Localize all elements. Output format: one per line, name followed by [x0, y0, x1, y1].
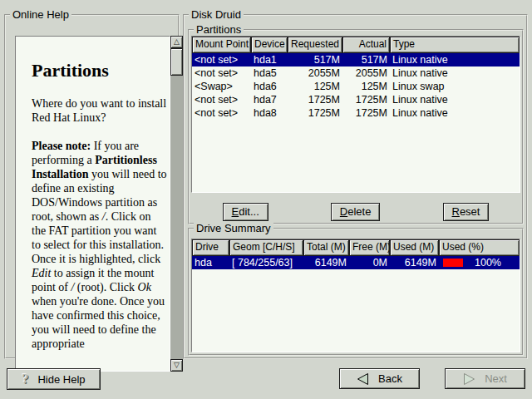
- scrollbar-trough[interactable]: [170, 36, 183, 372]
- partition-cell-device: hda1: [251, 53, 288, 66]
- drive-column-header-free-m[interactable]: Free (M): [349, 239, 390, 256]
- drive-cell-used-pct: 100%: [439, 256, 520, 269]
- partition-cell-device: hda5: [251, 66, 288, 80]
- partition-cell-requested: 1725M: [288, 106, 342, 120]
- triangle-down-icon: ▽: [174, 362, 180, 369]
- edit-button[interactable]: Edit...: [223, 203, 268, 221]
- drive-summary-table: DriveGeom [C/H/S]Total (M)Free (M)Used (…: [191, 239, 520, 352]
- used-percent-value: 100%: [475, 257, 501, 268]
- partition-cell-type: Linux native: [390, 66, 520, 80]
- partitions-column-header-device[interactable]: Device: [251, 37, 288, 53]
- partition-cell-device: hda6: [251, 80, 288, 93]
- drive-column-header-used[interactable]: Used (%): [439, 239, 520, 256]
- help-text-segment: (root). Click: [74, 281, 137, 293]
- partition-row[interactable]: <not set>hda71725M1725MLinux native: [192, 93, 520, 106]
- drive-cell-geom-c-h-s: [ 784/255/63]: [229, 256, 303, 269]
- partition-cell-type: Linux native: [390, 106, 520, 120]
- partition-cell-actual: 125M: [342, 80, 390, 93]
- partitions-table-header: Mount PointDeviceRequestedActualType: [192, 37, 520, 53]
- back-button[interactable]: Back: [339, 368, 420, 389]
- partition-cell-type: Linux swap: [390, 80, 520, 93]
- drive-cell-used-m: 6149M: [390, 256, 439, 269]
- online-help-frame-label: Online Help: [10, 8, 71, 21]
- partition-cell-requested: 125M: [288, 80, 342, 93]
- partition-cell-mount-point: <Swap>: [192, 80, 251, 93]
- partitions-table: Mount PointDeviceRequestedActualType <no…: [191, 36, 520, 193]
- drive-cell-free-m: 0M: [349, 256, 390, 269]
- partition-cell-requested: 1725M: [288, 93, 342, 106]
- online-help-panel: Online Help Partitions Where do you want…: [4, 14, 180, 359]
- hide-help-label: Hide Help: [37, 373, 85, 386]
- next-button[interactable]: Next: [445, 368, 525, 389]
- partition-cell-actual: 1725M: [342, 93, 390, 106]
- partition-cell-actual: 517M: [342, 53, 390, 66]
- hide-help-button[interactable]: ? Hide Help: [7, 368, 101, 390]
- drive-cell-total-m: 6149M: [303, 256, 349, 269]
- drive-row[interactable]: hda[ 784/255/63]6149M0M6149M100%: [192, 256, 520, 269]
- partition-cell-actual: 1725M: [342, 106, 390, 120]
- next-arrow-icon: [463, 373, 475, 385]
- partitions-column-header-mount-point[interactable]: Mount Point: [192, 37, 251, 53]
- partitions-column-header-actual[interactable]: Actual: [342, 37, 390, 53]
- partition-cell-type: Linux native: [390, 53, 520, 66]
- partitions-frame-label: Partitions: [194, 23, 244, 36]
- scrollbar-thumb[interactable]: [170, 48, 183, 76]
- back-label: Back: [378, 372, 402, 385]
- partition-cell-mount-point: <not set>: [192, 66, 251, 80]
- delete-button[interactable]: Delete: [331, 203, 381, 221]
- partition-row[interactable]: <not set>hda52055M2055MLinux native: [192, 66, 520, 80]
- help-scrollbar[interactable]: △ ▽: [170, 36, 183, 372]
- help-text-segment: when you're done. Once you have confirme…: [32, 295, 165, 350]
- back-arrow-icon: [357, 373, 369, 385]
- help-paragraph-1: Where do you want to install Red Hat Lin…: [32, 96, 167, 125]
- partition-cell-requested: 2055M: [288, 66, 342, 80]
- help-question-icon: ?: [22, 372, 28, 387]
- drive-column-header-geom-c-h-s[interactable]: Geom [C/H/S]: [229, 239, 303, 256]
- partitions-column-header-requested[interactable]: Requested: [288, 37, 342, 53]
- drive-column-header-used-m[interactable]: Used (M): [390, 239, 439, 256]
- partitions-column-header-type[interactable]: Type: [390, 37, 520, 53]
- partition-cell-mount-point: <not set>: [192, 53, 251, 66]
- drive-summary-frame-label: Drive Summary: [194, 222, 273, 234]
- partition-actions: Edit...DeleteReset: [191, 202, 520, 221]
- partitions-table-body: <not set>hda1517M517MLinux native<not se…: [192, 53, 520, 120]
- drive-column-header-total-m[interactable]: Total (M): [303, 239, 349, 256]
- help-title: Partitions: [32, 60, 167, 81]
- reset-button[interactable]: Reset: [443, 203, 490, 221]
- partition-row[interactable]: <not set>hda81725M1725MLinux native: [192, 106, 520, 120]
- partition-cell-device: hda7: [251, 93, 288, 106]
- partition-cell-actual: 2055M: [342, 66, 390, 80]
- next-label: Next: [485, 372, 507, 385]
- help-text-segment: Ok: [138, 281, 151, 293]
- help-paragraph-2: Please note: If you are performing a Par…: [32, 139, 167, 351]
- help-viewport: Partitions Where do you want to install …: [15, 36, 170, 372]
- disk-druid-frame-label: Disk Druid: [189, 8, 244, 21]
- triangle-up-icon: △: [174, 38, 180, 46]
- drive-column-header-drive[interactable]: Drive: [192, 239, 229, 256]
- partition-cell-type: Linux native: [390, 93, 520, 106]
- help-text-segment: Please note:: [32, 140, 91, 152]
- drive-summary-table-header: DriveGeom [C/H/S]Total (M)Free (M)Used (…: [192, 239, 520, 256]
- partition-cell-device: hda8: [251, 106, 288, 120]
- used-percent-bar: [443, 259, 463, 267]
- scroll-up-button[interactable]: △: [170, 36, 183, 48]
- help-text-segment: Edit: [32, 267, 51, 279]
- partition-row[interactable]: <Swap>hda6125M125MLinux swap: [192, 80, 520, 93]
- scroll-down-button[interactable]: ▽: [170, 359, 183, 372]
- partition-cell-mount-point: <not set>: [192, 106, 251, 120]
- installer-window: Online Help Partitions Where do you want…: [0, 0, 532, 399]
- partition-cell-mount-point: <not set>: [192, 93, 251, 106]
- partition-cell-requested: 517M: [288, 53, 342, 66]
- drive-summary-table-body: hda[ 784/255/63]6149M0M6149M100%: [192, 256, 520, 269]
- partition-row[interactable]: <not set>hda1517M517MLinux native: [192, 53, 520, 66]
- drive-cell-drive: hda: [192, 256, 229, 269]
